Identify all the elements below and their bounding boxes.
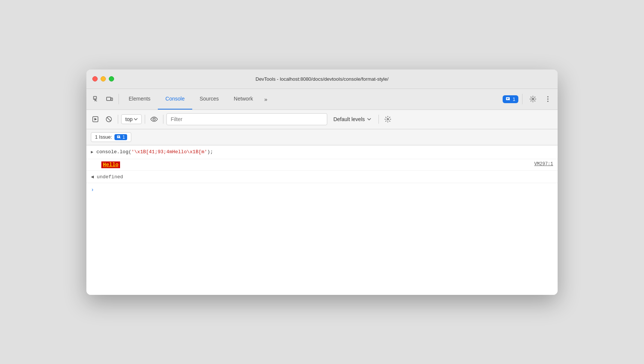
- svg-rect-7: [507, 99, 508, 99]
- toolbar-divider-1: [118, 115, 118, 124]
- log-suffix: );: [207, 149, 213, 155]
- tab-elements[interactable]: Elements: [121, 89, 158, 109]
- tab-network[interactable]: Network: [226, 89, 260, 109]
- close-button[interactable]: [92, 76, 98, 81]
- tab-overflow-button[interactable]: »: [260, 92, 271, 106]
- more-options-button[interactable]: [541, 92, 555, 106]
- svg-point-9: [548, 96, 549, 98]
- svg-rect-19: [117, 136, 119, 136]
- console-settings-button[interactable]: [382, 113, 394, 125]
- console-prompt-row[interactable]: ›: [86, 183, 558, 197]
- settings-button[interactable]: [526, 92, 540, 106]
- execute-button[interactable]: [89, 113, 101, 125]
- console-output-row: Hello VM297:1: [86, 159, 558, 171]
- svg-point-10: [548, 99, 549, 100]
- console-content: ▶ console.log('\x1B[41;93;4mHello\x1B[m'…: [86, 145, 558, 295]
- tab-sources[interactable]: Sources: [192, 89, 226, 109]
- toolbar-divider-4: [378, 115, 379, 124]
- return-arrow-icon: ◀: [91, 174, 94, 180]
- tab-bar: Elements Console Sources Network »: [86, 89, 558, 110]
- tab-console[interactable]: Console: [158, 89, 192, 109]
- prompt-chevron-icon: ›: [91, 187, 94, 193]
- console-log-row: ▶ console.log('\x1B[41;93;4mHello\x1B[m'…: [86, 145, 558, 160]
- svg-point-16: [153, 118, 155, 120]
- context-label: top: [125, 116, 132, 122]
- issues-badge[interactable]: 1: [503, 95, 518, 103]
- svg-line-15: [107, 117, 111, 121]
- default-levels-button[interactable]: Default levels: [329, 115, 375, 124]
- issues-bar: 1 Issue: 1: [86, 129, 558, 145]
- devtools-window: DevTools - localhost:8080/docs/devtools/…: [86, 70, 558, 295]
- expand-icon[interactable]: ▶: [91, 149, 93, 156]
- svg-rect-20: [117, 137, 119, 137]
- traffic-lights: [92, 76, 114, 81]
- inspect-element-button[interactable]: [89, 92, 103, 106]
- log-string: '\x1B[41;93;4mHello\x1B[m': [131, 149, 207, 155]
- toolbar-divider-2: [145, 115, 145, 124]
- svg-point-8: [532, 98, 534, 100]
- issue-label: 1 Issue:: [95, 134, 112, 140]
- console-undefined-row: ◀ undefined: [86, 171, 558, 183]
- tab-divider-right: [522, 94, 522, 104]
- live-expressions-button[interactable]: [148, 113, 160, 125]
- svg-rect-3: [107, 97, 111, 101]
- tab-right-actions: 1: [503, 92, 555, 106]
- svg-rect-4: [111, 98, 113, 101]
- vm-link[interactable]: VM297:1: [534, 161, 553, 167]
- console-log-code: console.log('\x1B[41;93;4mHello\x1B[m');: [96, 148, 213, 156]
- hello-output: Hello: [101, 161, 120, 168]
- svg-marker-13: [95, 118, 97, 121]
- log-prefix: console.log(: [96, 149, 132, 155]
- context-selector[interactable]: top: [121, 114, 142, 124]
- svg-point-17: [387, 118, 389, 120]
- issues-count: 1: [513, 96, 515, 102]
- issue-badge-inner: 1: [114, 134, 128, 140]
- maximize-button[interactable]: [109, 76, 114, 81]
- tab-divider-left: [119, 94, 119, 104]
- issue-tag[interactable]: 1 Issue: 1: [91, 132, 131, 142]
- svg-rect-6: [507, 98, 509, 98]
- console-toolbar: top Default levels: [86, 110, 558, 129]
- svg-point-11: [548, 101, 549, 102]
- toolbar-divider-3: [163, 115, 163, 124]
- issue-count: 1: [123, 135, 125, 140]
- device-toggle-button[interactable]: [103, 92, 116, 106]
- minimize-button[interactable]: [101, 76, 106, 81]
- tabs: Elements Console Sources Network »: [121, 89, 503, 109]
- window-title: DevTools - localhost:8080/docs/devtools/…: [255, 76, 389, 82]
- filter-input[interactable]: [166, 113, 327, 125]
- undefined-text: undefined: [97, 174, 123, 180]
- clear-console-button[interactable]: [103, 113, 115, 125]
- title-bar: DevTools - localhost:8080/docs/devtools/…: [86, 70, 558, 89]
